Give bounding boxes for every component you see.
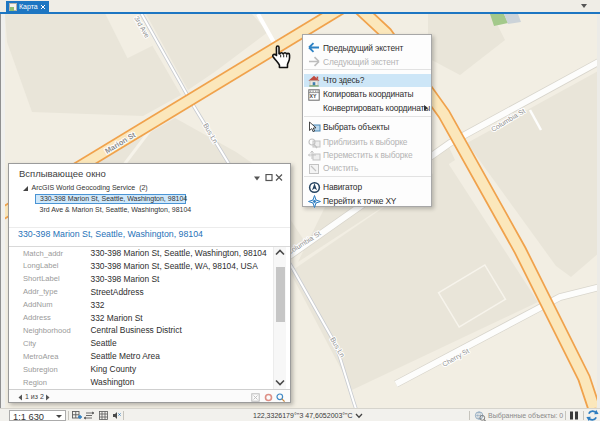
svg-text:XY: XY [309,93,316,99]
